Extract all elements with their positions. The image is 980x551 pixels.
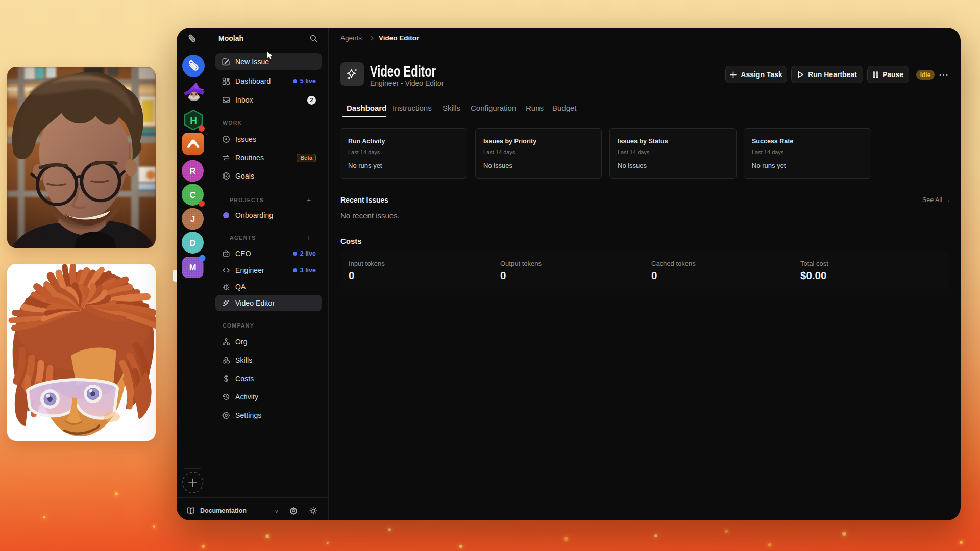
svg-text:J: J — [190, 214, 195, 223]
svg-text:C: C — [190, 190, 196, 199]
svg-text:R: R — [190, 166, 196, 176]
svg-text:M: M — [189, 263, 197, 272]
svg-text:D: D — [190, 238, 196, 247]
